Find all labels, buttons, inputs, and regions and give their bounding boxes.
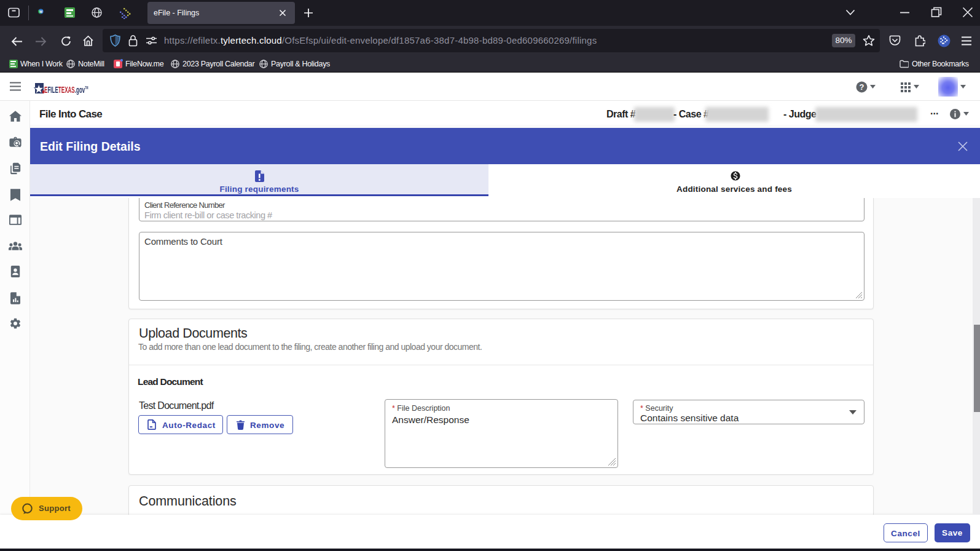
svg-text:?: ? [860,82,864,92]
svg-text:W: W [39,10,42,14]
